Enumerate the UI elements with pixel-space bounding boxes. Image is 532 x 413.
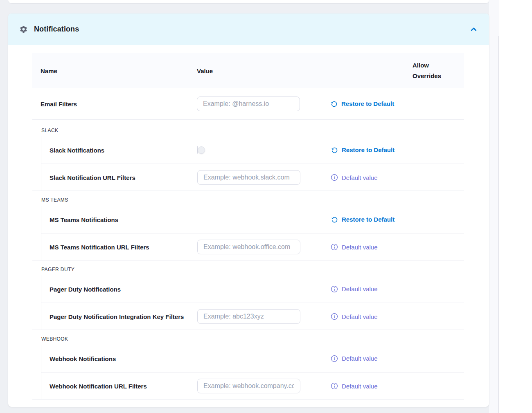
- toggle-knob: [198, 146, 205, 154]
- collapse-section-button[interactable]: [469, 25, 478, 34]
- page-title: Notifications: [34, 25, 79, 34]
- panel-divider: [498, 36, 499, 413]
- slack-url-filters-input[interactable]: [197, 170, 300, 185]
- column-header-value: Value: [197, 67, 213, 74]
- column-header-allow-overrides: Allow Overrides: [413, 60, 450, 81]
- email-filters-row: Email Filters Restore to Default: [32, 88, 464, 119]
- restore-to-default-link[interactable]: Restore to Default: [330, 100, 394, 108]
- previous-section-card: [8, 0, 489, 3]
- group-label-pager-duty: PAGER DUTY: [41, 267, 74, 272]
- webhook-group: Webhook Notifications Default value Webh…: [41, 345, 464, 400]
- section-divider: [32, 330, 464, 330]
- pager-duty-key-filters-row: Pager Duty Notification Integration Key …: [41, 303, 464, 330]
- restore-to-default-link[interactable]: Restore to Default: [331, 216, 394, 223]
- row-label: Webhook Notifications: [50, 355, 116, 362]
- toggle-knob: [190, 290, 196, 296]
- row-label: MS Teams Notification URL Filters: [50, 244, 149, 251]
- slack-notifications-toggle[interactable]: [197, 146, 198, 154]
- info-icon: [331, 285, 338, 293]
- restore-to-default-label: Restore to Default: [341, 100, 394, 107]
- section-divider: [32, 191, 464, 191]
- default-value-indicator[interactable]: Default value: [331, 382, 378, 390]
- default-value-indicator[interactable]: Default value: [331, 174, 378, 181]
- slack-url-filters-row: Slack Notification URL Filters Default v…: [41, 164, 464, 191]
- notifications-panel: Notifications Name Value Allow Overrides…: [8, 13, 489, 407]
- row-label: Webhook Notification URL Filters: [50, 383, 147, 390]
- default-value-label: Default value: [342, 285, 378, 292]
- info-icon: [331, 243, 338, 251]
- default-value-indicator[interactable]: Default value: [331, 313, 378, 320]
- default-value-indicator[interactable]: Default value: [331, 355, 378, 362]
- restore-to-default-link[interactable]: Restore to Default: [331, 146, 394, 154]
- group-label-webhook: WEBHOOK: [41, 336, 68, 342]
- restore-icon: [329, 145, 339, 155]
- slack-group: Slack Notifications Restore to Default S…: [41, 136, 464, 191]
- side-panel: [499, 0, 532, 413]
- row-label: Email Filters: [41, 100, 77, 107]
- default-value-label: Default value: [342, 355, 378, 362]
- ms-teams-url-filters-row: MS Teams Notification URL Filters Defaul…: [41, 233, 464, 260]
- pager-duty-group: Pager Duty Notifications Default value P…: [41, 275, 464, 330]
- toggle-knob: [190, 359, 196, 366]
- default-value-label: Default value: [342, 174, 378, 181]
- toggle-knob: [190, 220, 196, 227]
- pager-duty-integration-key-filters-input[interactable]: [197, 309, 300, 324]
- gear-icon: [19, 25, 28, 34]
- ms-teams-group: MS Teams Notifications Restore to Defaul…: [41, 206, 464, 260]
- restore-to-default-label: Restore to Default: [342, 146, 394, 153]
- row-label: Slack Notification URL Filters: [50, 174, 135, 181]
- info-icon: [331, 355, 338, 362]
- default-value-indicator[interactable]: Default value: [331, 285, 378, 293]
- webhook-url-filters-input[interactable]: [197, 379, 300, 393]
- default-value-label: Default value: [342, 383, 378, 390]
- info-icon: [331, 174, 338, 181]
- chevron-up-icon: [469, 25, 478, 34]
- column-header-name: Name: [41, 67, 57, 74]
- notifications-panel-header[interactable]: Notifications: [8, 13, 489, 45]
- ms-teams-url-filters-input[interactable]: [197, 240, 300, 254]
- default-value-indicator[interactable]: Default value: [331, 243, 378, 251]
- group-label-slack: SLACK: [41, 128, 58, 133]
- email-filters-input[interactable]: [197, 97, 300, 111]
- webhook-url-filters-row: Webhook Notification URL Filters Default…: [41, 372, 464, 400]
- row-label: Pager Duty Notification Integration Key …: [50, 313, 184, 320]
- row-label: Pager Duty Notifications: [50, 285, 121, 292]
- info-icon: [331, 382, 338, 390]
- slack-notifications-row: Slack Notifications Restore to Default: [41, 136, 464, 164]
- restore-to-default-label: Restore to Default: [342, 216, 394, 223]
- info-icon: [331, 313, 338, 320]
- group-label-ms-teams: MS TEAMS: [41, 197, 68, 203]
- restore-icon: [329, 214, 339, 224]
- webhook-notifications-row: Webhook Notifications Default value: [41, 345, 464, 372]
- restore-icon: [329, 99, 339, 109]
- row-label: MS Teams Notifications: [50, 216, 118, 223]
- pager-duty-notifications-row: Pager Duty Notifications Default value: [41, 275, 464, 303]
- default-value-label: Default value: [342, 244, 378, 251]
- table-header-row: Name Value Allow Overrides: [32, 53, 464, 88]
- section-divider: [32, 260, 464, 260]
- default-value-label: Default value: [342, 313, 378, 320]
- row-divider: [32, 119, 464, 120]
- row-label: Slack Notifications: [50, 146, 104, 153]
- ms-teams-notifications-row: MS Teams Notifications Restore to Defaul…: [41, 206, 464, 233]
- section-divider: [32, 399, 464, 400]
